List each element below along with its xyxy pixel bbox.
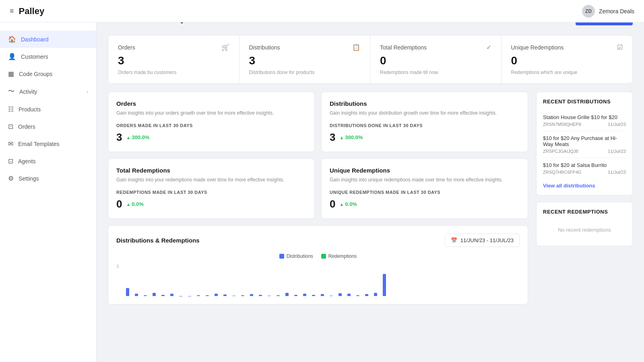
sidebar-item-label: Orders (18, 123, 35, 130)
distribution-name: $10 for $20 at Salsa Burrito (543, 162, 626, 168)
stat-label-distributions: Distributions (249, 44, 280, 51)
metric-period-total-redemptions: REDEMPTIONS MADE IN LAST 30 DAYS (116, 190, 306, 195)
stat-label-total-redemptions: Total Redemptions (380, 44, 427, 51)
metric-value-total-redemptions: 0 (116, 198, 122, 210)
bar-distributions (232, 296, 235, 296)
bar-group (206, 295, 213, 296)
bar-distributions (277, 295, 280, 296)
metric-value-unique-redemptions: 0 (330, 198, 335, 210)
sidebar-item-label: Agents (18, 158, 36, 165)
bar-group (321, 294, 328, 296)
legend-dot-redemptions (321, 254, 326, 259)
content-area: Orders Gain insights into your orders gr… (108, 92, 633, 304)
sidebar-item-products[interactable]: ☷ Products (0, 101, 96, 118)
stat-card-distributions: Distributions 📋 3 Distributions done for… (239, 35, 371, 83)
distribution-name: Station House Grille $10 for $20 (543, 114, 626, 120)
bar-group (285, 293, 293, 296)
recent-distributions-title: RECENT DISTRIBUTIONS (543, 99, 626, 105)
customers-icon: 👤 (8, 53, 16, 60)
distribution-code: ZRSN7M59QHEP8 (543, 122, 581, 127)
agents-icon: ⊡ (8, 157, 13, 165)
bar-distributions (197, 295, 200, 296)
sidebar-item-orders[interactable]: ⊡ Orders (0, 118, 96, 135)
bar-group (374, 293, 381, 296)
menu-icon[interactable]: ≡ (10, 7, 14, 15)
bar-group (215, 294, 222, 296)
username: Zemora Deals (599, 8, 634, 14)
distributions-list: Station House Grille $10 for $20 ZRSN7M5… (543, 110, 626, 179)
orders-icon: ⊡ (8, 123, 13, 130)
sidebar-item-agents[interactable]: ⊡ Agents (0, 152, 96, 170)
stat-desc-total-redemptions: Redemptions made till now (380, 70, 491, 75)
bar-distributions (294, 295, 297, 296)
metric-change-total-redemptions: ▲ 0.0% (126, 201, 144, 207)
chart-legend: Distributions Redemptions (116, 253, 520, 259)
cart-icon: 🛒 (221, 43, 229, 51)
bar-group (259, 295, 266, 296)
checkbox-icon: ☑ (617, 43, 623, 51)
bar-distributions (312, 295, 315, 296)
metric-card-total-redemptions: Total Redemptions Gain insights into you… (108, 158, 315, 219)
chart-section: Distributions & Redemptions 📅 11/JUN/23 … (108, 225, 528, 304)
bar-group (347, 294, 355, 296)
topnav-right: ZD Zemora Deals (582, 5, 634, 18)
stat-card-total-redemptions: Total Redemptions ✓ 0 Redemptions made t… (370, 35, 502, 83)
bar-distributions (347, 294, 351, 296)
legend-label-redemptions: Redemptions (328, 253, 357, 259)
date-range-button[interactable]: 📅 11/JUN/23 - 11/JUL/23 (445, 234, 520, 247)
distribution-item: Station House Grille $10 for $20 ZRSN7M5… (543, 110, 626, 131)
bar-group (223, 294, 231, 296)
sidebar-item-label: Products (19, 106, 41, 113)
code-groups-icon: ▦ (8, 70, 14, 78)
metric-grid: Orders Gain insights into your orders gr… (108, 92, 528, 219)
bar-group (277, 295, 284, 296)
bar-distributions (161, 295, 165, 296)
stat-card-orders: Orders 🛒 3 Orders made bu customers (108, 35, 239, 83)
sidebar-item-settings[interactable]: ⚙ Settings (0, 170, 96, 187)
sidebar-item-label: Settings (19, 175, 39, 182)
bar-distributions (339, 293, 342, 296)
bar-group (250, 294, 257, 296)
app-logo: Palley (19, 6, 45, 16)
sidebar-item-customers[interactable]: 👤 Customers (0, 48, 96, 65)
metric-card-unique-redemptions: Unique Redemptions Gain insights into un… (321, 158, 528, 219)
distribution-date: 11/Jul/23 (608, 170, 626, 175)
metric-value-orders: 3 (116, 131, 122, 144)
bar-distributions (259, 295, 262, 296)
metric-change-orders: ▲ 300.0% (126, 134, 149, 140)
sidebar-item-code-groups[interactable]: ▦ Code Groups (0, 65, 96, 82)
sidebar: 🏠 Dashboard 👤 Customers ▦ Code Groups 〜 … (0, 23, 97, 339)
bar-distributions (215, 294, 218, 296)
bar-distributions (383, 274, 386, 296)
legend-distributions: Distributions (279, 253, 313, 259)
metric-value-distributions: 3 (330, 131, 335, 144)
sidebar-item-label: Dashboard (21, 36, 49, 43)
view-all-distributions[interactable]: View all distributions (543, 183, 626, 189)
bar-group (365, 294, 372, 296)
bar-group (197, 295, 204, 296)
sidebar-item-activity[interactable]: 〜 Activity ‹ (0, 82, 96, 101)
sidebar-item-label: Activity (19, 88, 37, 95)
bar-distributions (144, 295, 147, 296)
home-icon: 🏠 (8, 35, 16, 43)
metric-title-distributions: Distributions (330, 100, 520, 107)
legend-redemptions: Redemptions (321, 253, 357, 259)
metric-desc-unique-redemptions: Gain insights into unique redemptions ma… (330, 176, 520, 183)
main-content: Welcome to Palley REDEEM CODE Orders 🛒 3… (97, 0, 644, 339)
sidebar-item-dashboard[interactable]: 🏠 Dashboard (0, 31, 96, 48)
activity-icon: 〜 (8, 87, 14, 96)
main-metrics: Orders Gain insights into your orders gr… (108, 92, 528, 304)
bar-group (312, 295, 319, 296)
stat-card-unique-redemptions: Unique Redemptions ☑ 0 Redemptions which… (502, 35, 633, 83)
metric-desc-total-redemptions: Gain insights into your redemptions made… (116, 176, 306, 183)
up-arrow-icon: ▲ (339, 202, 344, 207)
chart-bars (126, 272, 520, 296)
chart-title: Distributions & Redemptions (116, 237, 200, 244)
distribution-date: 11/Jul/23 (608, 149, 626, 154)
stat-desc-unique-redemptions: Redemptions which are unique (511, 70, 623, 75)
sidebar-item-email-templates[interactable]: ✉ Email Templates (0, 135, 96, 152)
metric-period-orders: ORDERS MADE IN LAST 30 DAYS (116, 123, 306, 128)
distribution-code: ZRSQ7HRC6FP4G (543, 170, 581, 175)
metric-card-orders: Orders Gain insights into your orders gr… (108, 92, 315, 152)
calendar-icon: 📅 (451, 237, 457, 243)
